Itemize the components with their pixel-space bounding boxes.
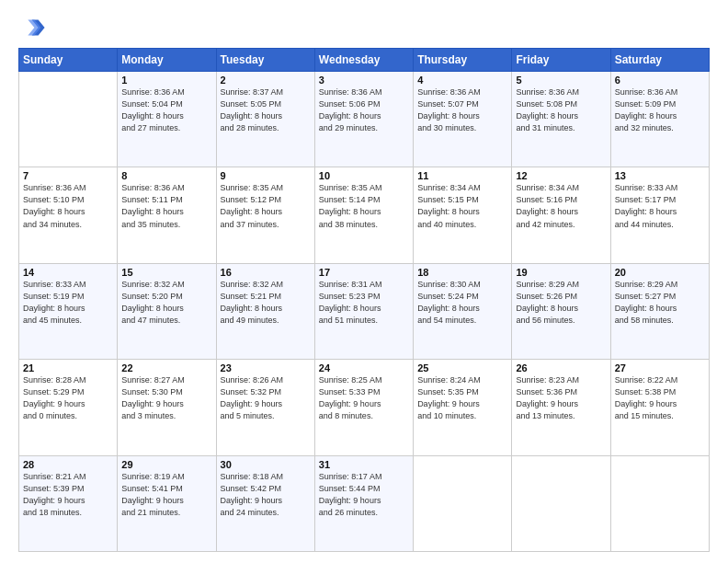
day-info: Sunrise: 8:17 AMSunset: 5:44 PMDaylight:…	[319, 471, 409, 519]
day-info: Sunrise: 8:37 AMSunset: 5:05 PMDaylight:…	[221, 86, 311, 134]
day-info: Sunrise: 8:36 AMSunset: 5:07 PMDaylight:…	[417, 86, 507, 134]
day-number: 6	[615, 75, 705, 86]
calendar-cell: 6Sunrise: 8:36 AMSunset: 5:09 PMDaylight…	[610, 72, 709, 167]
day-info: Sunrise: 8:33 AMSunset: 5:19 PMDaylight:…	[23, 279, 113, 327]
day-info: Sunrise: 8:21 AMSunset: 5:39 PMDaylight:…	[23, 471, 113, 519]
day-info: Sunrise: 8:36 AMSunset: 5:11 PMDaylight:…	[121, 182, 211, 230]
day-info: Sunrise: 8:28 AMSunset: 5:29 PMDaylight:…	[23, 374, 113, 422]
calendar-cell	[512, 455, 610, 551]
calendar-cell	[19, 72, 118, 167]
day-number: 16	[221, 267, 311, 278]
calendar-cell: 17Sunrise: 8:31 AMSunset: 5:23 PMDayligh…	[314, 263, 413, 359]
day-number: 1	[121, 75, 211, 86]
day-number: 7	[23, 170, 113, 181]
day-header-tuesday: Tuesday	[216, 49, 314, 72]
day-header-friday: Friday	[512, 49, 610, 72]
calendar-week-2: 7Sunrise: 8:36 AMSunset: 5:10 PMDaylight…	[19, 167, 710, 263]
calendar-cell: 18Sunrise: 8:30 AMSunset: 5:24 PMDayligh…	[414, 263, 512, 359]
day-number: 18	[417, 267, 507, 278]
day-number: 10	[319, 170, 409, 181]
calendar-cell: 3Sunrise: 8:36 AMSunset: 5:06 PMDaylight…	[314, 72, 413, 167]
calendar-cell	[610, 455, 709, 551]
day-info: Sunrise: 8:26 AMSunset: 5:32 PMDaylight:…	[221, 374, 311, 422]
day-number: 19	[516, 267, 606, 278]
day-info: Sunrise: 8:33 AMSunset: 5:17 PMDaylight:…	[615, 182, 705, 230]
calendar-cell: 30Sunrise: 8:18 AMSunset: 5:42 PMDayligh…	[216, 455, 314, 551]
day-info: Sunrise: 8:30 AMSunset: 5:24 PMDaylight:…	[417, 279, 507, 327]
page: SundayMondayTuesdayWednesdayThursdayFrid…	[0, 0, 728, 563]
day-number: 28	[23, 459, 113, 470]
day-info: Sunrise: 8:36 AMSunset: 5:04 PMDaylight:…	[121, 86, 211, 134]
calendar-week-5: 28Sunrise: 8:21 AMSunset: 5:39 PMDayligh…	[19, 455, 710, 551]
day-number: 14	[23, 267, 113, 278]
day-info: Sunrise: 8:29 AMSunset: 5:27 PMDaylight:…	[615, 279, 705, 327]
calendar-cell: 14Sunrise: 8:33 AMSunset: 5:19 PMDayligh…	[19, 263, 118, 359]
day-info: Sunrise: 8:36 AMSunset: 5:10 PMDaylight:…	[23, 182, 113, 230]
day-number: 27	[615, 362, 705, 373]
calendar-cell: 21Sunrise: 8:28 AMSunset: 5:29 PMDayligh…	[19, 360, 118, 455]
day-number: 4	[417, 75, 507, 86]
day-number: 23	[221, 362, 311, 373]
day-number: 30	[221, 459, 311, 470]
day-info: Sunrise: 8:35 AMSunset: 5:12 PMDaylight:…	[221, 182, 311, 230]
day-number: 11	[417, 170, 507, 181]
calendar-week-4: 21Sunrise: 8:28 AMSunset: 5:29 PMDayligh…	[19, 360, 710, 455]
day-info: Sunrise: 8:27 AMSunset: 5:30 PMDaylight:…	[121, 374, 211, 422]
calendar-cell: 29Sunrise: 8:19 AMSunset: 5:41 PMDayligh…	[118, 455, 216, 551]
day-number: 3	[319, 75, 409, 86]
day-number: 9	[221, 170, 311, 181]
day-info: Sunrise: 8:36 AMSunset: 5:06 PMDaylight:…	[319, 86, 409, 134]
day-number: 21	[23, 362, 113, 373]
day-number: 20	[615, 267, 705, 278]
calendar-cell: 4Sunrise: 8:36 AMSunset: 5:07 PMDaylight…	[414, 72, 512, 167]
day-info: Sunrise: 8:24 AMSunset: 5:35 PMDaylight:…	[417, 374, 507, 422]
calendar-cell: 23Sunrise: 8:26 AMSunset: 5:32 PMDayligh…	[216, 360, 314, 455]
day-info: Sunrise: 8:34 AMSunset: 5:16 PMDaylight:…	[516, 182, 606, 230]
day-info: Sunrise: 8:32 AMSunset: 5:21 PMDaylight:…	[221, 279, 311, 327]
day-info: Sunrise: 8:18 AMSunset: 5:42 PMDaylight:…	[221, 471, 311, 519]
logo-icon	[20, 15, 46, 40]
day-info: Sunrise: 8:23 AMSunset: 5:36 PMDaylight:…	[516, 374, 606, 422]
day-number: 22	[121, 362, 211, 373]
calendar-cell: 22Sunrise: 8:27 AMSunset: 5:30 PMDayligh…	[118, 360, 216, 455]
calendar-cell	[414, 455, 512, 551]
day-header-monday: Monday	[118, 49, 216, 72]
day-number: 15	[121, 267, 211, 278]
calendar-cell: 5Sunrise: 8:36 AMSunset: 5:08 PMDaylight…	[512, 72, 610, 167]
day-number: 31	[319, 459, 409, 470]
calendar-cell: 1Sunrise: 8:36 AMSunset: 5:04 PMDaylight…	[118, 72, 216, 167]
calendar-cell: 13Sunrise: 8:33 AMSunset: 5:17 PMDayligh…	[610, 167, 709, 263]
day-number: 2	[221, 75, 311, 86]
calendar-cell: 28Sunrise: 8:21 AMSunset: 5:39 PMDayligh…	[19, 455, 118, 551]
calendar-cell: 25Sunrise: 8:24 AMSunset: 5:35 PMDayligh…	[414, 360, 512, 455]
day-info: Sunrise: 8:19 AMSunset: 5:41 PMDaylight:…	[121, 471, 211, 519]
day-number: 24	[319, 362, 409, 373]
day-number: 26	[516, 362, 606, 373]
calendar-cell: 16Sunrise: 8:32 AMSunset: 5:21 PMDayligh…	[216, 263, 314, 359]
logo	[18, 15, 46, 40]
day-info: Sunrise: 8:35 AMSunset: 5:14 PMDaylight:…	[319, 182, 409, 230]
day-header-thursday: Thursday	[414, 49, 512, 72]
day-info: Sunrise: 8:29 AMSunset: 5:26 PMDaylight:…	[516, 279, 606, 327]
day-number: 12	[516, 170, 606, 181]
calendar-cell: 8Sunrise: 8:36 AMSunset: 5:11 PMDaylight…	[118, 167, 216, 263]
calendar-cell: 12Sunrise: 8:34 AMSunset: 5:16 PMDayligh…	[512, 167, 610, 263]
day-info: Sunrise: 8:36 AMSunset: 5:09 PMDaylight:…	[615, 86, 705, 134]
calendar-cell: 11Sunrise: 8:34 AMSunset: 5:15 PMDayligh…	[414, 167, 512, 263]
header	[18, 15, 710, 40]
calendar-cell: 20Sunrise: 8:29 AMSunset: 5:27 PMDayligh…	[610, 263, 709, 359]
day-info: Sunrise: 8:22 AMSunset: 5:38 PMDaylight:…	[615, 374, 705, 422]
calendar-cell: 9Sunrise: 8:35 AMSunset: 5:12 PMDaylight…	[216, 167, 314, 263]
day-info: Sunrise: 8:31 AMSunset: 5:23 PMDaylight:…	[319, 279, 409, 327]
calendar-week-3: 14Sunrise: 8:33 AMSunset: 5:19 PMDayligh…	[19, 263, 710, 359]
day-header-saturday: Saturday	[610, 49, 709, 72]
day-number: 29	[121, 459, 211, 470]
calendar-cell: 10Sunrise: 8:35 AMSunset: 5:14 PMDayligh…	[314, 167, 413, 263]
day-number: 17	[319, 267, 409, 278]
day-number: 8	[121, 170, 211, 181]
day-info: Sunrise: 8:36 AMSunset: 5:08 PMDaylight:…	[516, 86, 606, 134]
day-header-sunday: Sunday	[19, 49, 118, 72]
calendar-cell: 26Sunrise: 8:23 AMSunset: 5:36 PMDayligh…	[512, 360, 610, 455]
day-info: Sunrise: 8:25 AMSunset: 5:33 PMDaylight:…	[319, 374, 409, 422]
calendar-header-row: SundayMondayTuesdayWednesdayThursdayFrid…	[19, 49, 710, 72]
